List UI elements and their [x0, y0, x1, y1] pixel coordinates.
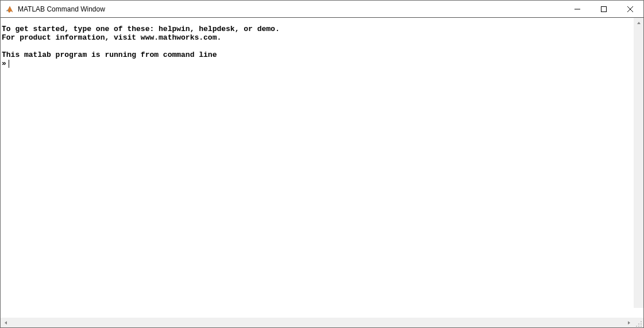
- text-cursor: [9, 60, 9, 68]
- window-title: MATLAB Command Window: [18, 5, 564, 13]
- console-line: For product information, visit www.mathw…: [2, 33, 221, 42]
- titlebar[interactable]: MATLAB Command Window: [1, 1, 643, 18]
- console-wrapper: To get started, type one of these: helpw…: [1, 18, 643, 318]
- svg-point-9: [641, 326, 642, 327]
- close-button[interactable]: [617, 1, 643, 17]
- window-controls: [564, 1, 643, 17]
- svg-point-5: [638, 323, 639, 325]
- minimize-button[interactable]: [564, 1, 591, 17]
- svg-point-8: [638, 326, 639, 327]
- prompt-symbol: »: [2, 59, 6, 68]
- maximize-button[interactable]: [591, 1, 617, 17]
- matlab-icon: [5, 5, 14, 14]
- prompt-line[interactable]: »: [2, 59, 642, 68]
- app-window: MATLAB Command Window To get started, ty…: [0, 0, 644, 328]
- svg-point-6: [641, 323, 642, 325]
- svg-point-4: [641, 321, 642, 322]
- content-area: To get started, type one of these: helpw…: [1, 18, 643, 327]
- resize-grip-icon[interactable]: [635, 319, 642, 326]
- horizontal-scrollbar[interactable]: [1, 318, 643, 327]
- console-line: This matlab program is running from comm…: [2, 51, 217, 59]
- svg-rect-1: [601, 6, 607, 11]
- scroll-left-icon[interactable]: [1, 318, 10, 327]
- console-line: To get started, type one of these: helpw…: [2, 25, 280, 33]
- command-console[interactable]: To get started, type one of these: helpw…: [1, 21, 643, 318]
- vertical-scrollbar[interactable]: [634, 18, 643, 308]
- scroll-up-icon[interactable]: [634, 18, 643, 28]
- scroll-right-icon[interactable]: [624, 318, 634, 327]
- svg-point-7: [636, 326, 637, 327]
